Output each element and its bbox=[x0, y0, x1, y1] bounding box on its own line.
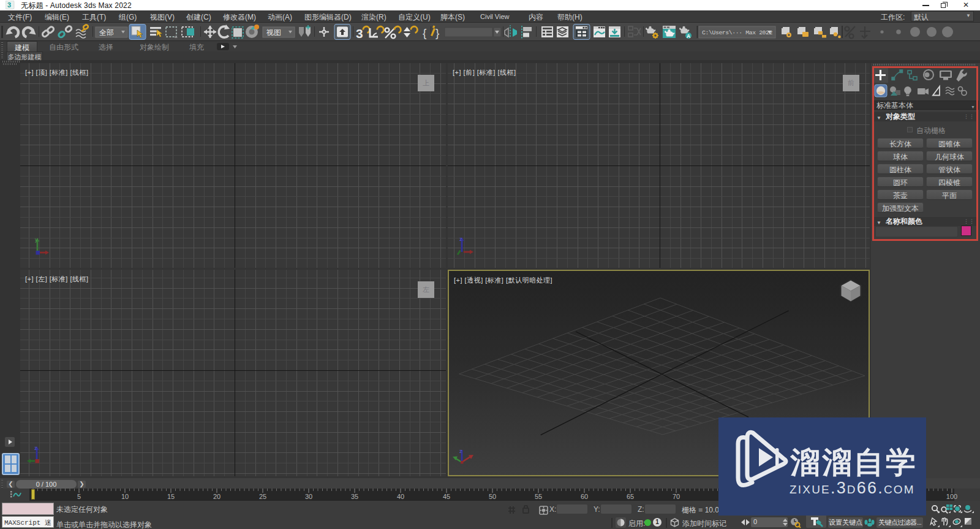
svg-text:全部: 全部 bbox=[99, 28, 114, 37]
svg-text:{: { bbox=[423, 26, 427, 39]
svg-text:z: z bbox=[459, 236, 462, 242]
svg-text:3: 3 bbox=[356, 26, 363, 40]
svg-text:C:\Users\··· Max 2022: C:\Users\··· Max 2022 bbox=[702, 29, 773, 36]
svg-text:zixue.3d66.com: zixue.3d66.com bbox=[790, 479, 915, 497]
svg-text:}: } bbox=[435, 26, 439, 39]
svg-text:z: z bbox=[459, 449, 462, 454]
svg-text:y: y bbox=[35, 237, 38, 243]
svg-text:A: A bbox=[687, 33, 690, 39]
svg-text:3: 3 bbox=[7, 1, 11, 9]
svg-text:视图: 视图 bbox=[266, 28, 281, 37]
svg-text:溜溜自学: 溜溜自学 bbox=[790, 446, 918, 479]
svg-text:z: z bbox=[34, 445, 37, 451]
